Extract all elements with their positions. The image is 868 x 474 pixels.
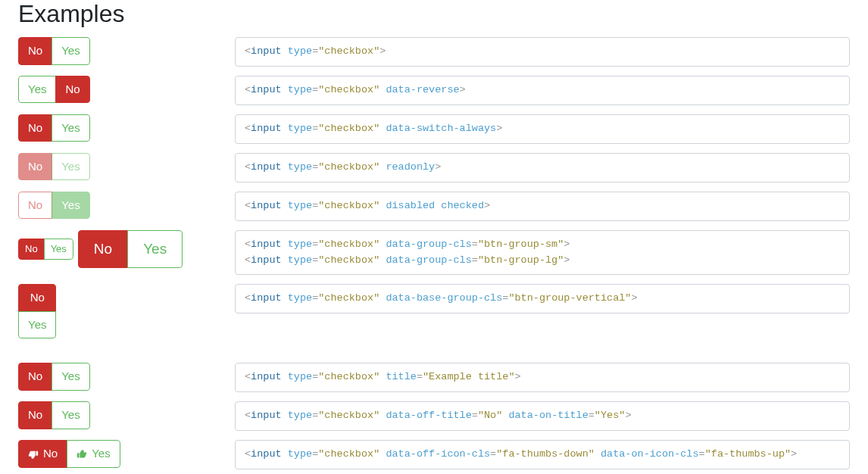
example-demo: NoYes <box>18 284 235 338</box>
example-code: <input type="checkbox" data-off-icon-cls… <box>235 440 850 469</box>
toggle-on-label: Yes <box>61 120 80 137</box>
example-demo: No Yes <box>18 440 235 468</box>
example-demo: NoYes <box>18 401 235 429</box>
code-block: <input type="checkbox" data-off-icon-cls… <box>235 440 850 469</box>
checkbox-toggle[interactable]: NoYes <box>78 230 183 269</box>
checkbox-toggle[interactable]: NoYes <box>18 284 56 338</box>
toggle-off-button[interactable]: No <box>18 114 52 142</box>
example-demo: YesNo <box>18 76 235 104</box>
example-demo: NoYesNoYes <box>18 230 235 269</box>
code-block: <input type="checkbox" disabled checked> <box>235 192 850 221</box>
toggle-on-button[interactable]: Yes <box>127 230 183 269</box>
toggle-off-label: No <box>28 197 42 214</box>
toggle-off-button[interactable]: No <box>55 76 89 104</box>
checkbox-toggle[interactable]: NoYes <box>18 114 90 142</box>
example-row: NoYes<input type="checkbox" disabled che… <box>18 192 850 221</box>
toggle-off-button[interactable]: No <box>18 440 67 468</box>
code-block: <input type="checkbox" title="Example ti… <box>235 363 850 392</box>
toggle-off-label: No <box>28 368 42 385</box>
example-row: NoYes<input type="checkbox" title="Examp… <box>18 363 850 392</box>
checkbox-toggle[interactable]: No Yes <box>18 440 120 468</box>
toggle-off-button[interactable]: No <box>78 230 128 269</box>
toggle-on-label: Yes <box>61 368 80 385</box>
thumbs-down-icon <box>28 449 39 460</box>
example-code: <input type="checkbox" disabled checked> <box>235 192 850 221</box>
example-code: <input type="checkbox" data-group-cls="b… <box>235 230 850 276</box>
example-row: NoYes<input type="checkbox" data-switch-… <box>18 114 850 144</box>
page-title: Examples <box>18 0 850 28</box>
toggle-on-button[interactable]: Yes <box>44 239 73 260</box>
toggle-off-button[interactable]: No <box>18 284 56 312</box>
example-row: No Yes<input type="checkbox" data-off-ic… <box>18 440 850 469</box>
code-block: <input type="checkbox" data-off-title="N… <box>235 401 850 431</box>
toggle-on-label: Yes <box>143 239 167 260</box>
code-block: <input type="checkbox" data-group-cls="b… <box>235 230 850 276</box>
toggle-on-button[interactable]: Yes <box>52 114 89 142</box>
checkbox-toggle[interactable]: NoYes <box>18 37 90 65</box>
toggle-on-button[interactable]: Yes <box>67 440 120 468</box>
example-code: <input type="checkbox"> <box>235 37 850 67</box>
example-demo: NoYes <box>18 363 235 391</box>
toggle-off-button[interactable]: No <box>18 37 52 65</box>
toggle-off-button[interactable]: No <box>18 153 52 181</box>
toggle-off-label: No <box>43 445 58 463</box>
checkbox-toggle[interactable]: NoYes <box>18 239 73 260</box>
checkbox-toggle[interactable]: NoYes <box>18 401 90 429</box>
example-code: <input type="checkbox" title="Example ti… <box>235 363 850 392</box>
toggle-off-button[interactable]: No <box>18 401 52 429</box>
toggle-off-label: No <box>28 120 42 137</box>
toggle-off-label: No <box>94 239 112 260</box>
toggle-off-button[interactable]: No <box>18 363 52 391</box>
example-row: YesNo<input type="checkbox" data-reverse… <box>18 76 850 105</box>
example-demo: NoYes <box>18 37 235 65</box>
code-block: <input type="checkbox" data-reverse> <box>235 76 850 105</box>
toggle-on-label: Yes <box>51 242 67 257</box>
code-block: <input type="checkbox" data-switch-alway… <box>235 114 850 144</box>
example-row: NoYes<input type="checkbox" readonly> <box>18 153 850 182</box>
example-demo: NoYes <box>18 114 235 142</box>
example-demo: NoYes <box>18 153 235 181</box>
example-code: <input type="checkbox" readonly> <box>235 153 850 182</box>
checkbox-toggle[interactable]: NoYes <box>18 363 90 391</box>
toggle-on-label: Yes <box>28 317 46 334</box>
toggle-on-button[interactable]: Yes <box>52 153 89 181</box>
thumbs-up-icon <box>76 449 87 460</box>
toggle-on-button[interactable]: Yes <box>18 76 56 104</box>
example-row: NoYes<input type="checkbox" data-base-gr… <box>18 284 850 338</box>
toggle-on-label: Yes <box>61 197 80 214</box>
toggle-on-label: Yes <box>92 445 110 463</box>
code-block: <input type="checkbox"> <box>235 37 850 67</box>
toggle-on-label: Yes <box>61 42 80 60</box>
example-row: NoYes<input type="checkbox" data-off-tit… <box>18 401 850 431</box>
checkbox-toggle[interactable]: YesNo <box>18 76 90 104</box>
example-row: NoYesNoYes<input type="checkbox" data-gr… <box>18 230 850 276</box>
toggle-on-button[interactable]: Yes <box>18 311 56 339</box>
toggle-on-label: Yes <box>28 81 46 98</box>
toggle-on-button[interactable]: Yes <box>52 401 89 429</box>
toggle-on-button[interactable]: Yes <box>52 363 89 391</box>
code-block: <input type="checkbox" readonly> <box>235 153 850 182</box>
toggle-off-label: No <box>28 407 42 424</box>
checkbox-toggle[interactable]: NoYes <box>18 192 90 220</box>
toggle-off-label: No <box>25 242 38 257</box>
toggle-off-button[interactable]: No <box>18 192 52 220</box>
example-demo: NoYes <box>18 192 235 220</box>
toggle-on-label: Yes <box>61 407 80 424</box>
example-code: <input type="checkbox" data-reverse> <box>235 76 850 105</box>
toggle-off-label: No <box>65 81 80 98</box>
example-code: <input type="checkbox" data-base-group-c… <box>235 284 850 313</box>
toggle-on-label: Yes <box>61 158 80 176</box>
toggle-off-label: No <box>30 289 45 307</box>
example-code: <input type="checkbox" data-switch-alway… <box>235 114 850 144</box>
toggle-on-button[interactable]: Yes <box>52 192 89 220</box>
checkbox-toggle[interactable]: NoYes <box>18 153 90 181</box>
toggle-off-label: No <box>28 158 42 176</box>
toggle-off-label: No <box>28 42 42 60</box>
toggle-on-button[interactable]: Yes <box>52 37 89 65</box>
example-row: NoYes<input type="checkbox"> <box>18 37 850 67</box>
code-block: <input type="checkbox" data-base-group-c… <box>235 284 850 313</box>
toggle-off-button[interactable]: No <box>18 239 45 260</box>
example-code: <input type="checkbox" data-off-title="N… <box>235 401 850 431</box>
